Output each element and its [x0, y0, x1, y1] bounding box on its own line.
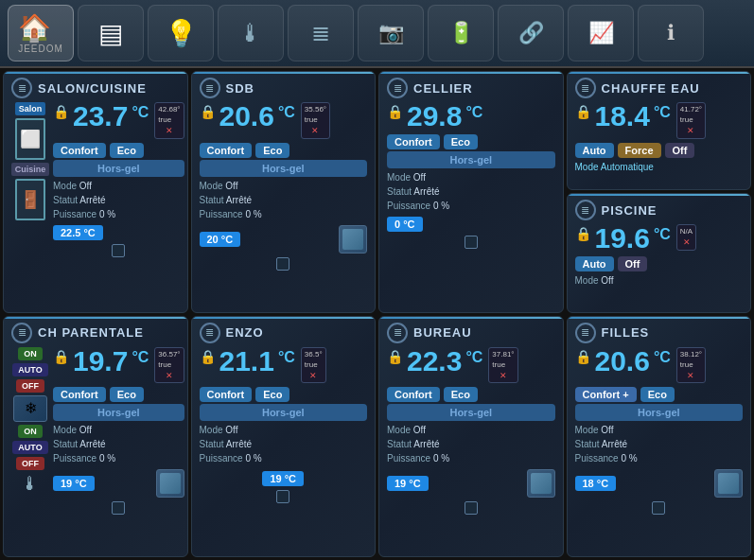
sdb-eco-btn[interactable]: Eco	[255, 143, 289, 158]
parentale-temp-row: 🔒 19.7 °C 36.57° true ✕	[53, 347, 184, 384]
bureau-badge-x: ✕	[492, 370, 514, 382]
salon-confort-btn[interactable]: Confort	[53, 143, 106, 158]
cellier-status: Mode Off Statut Arrêté Puissance 0 %	[387, 170, 555, 213]
sdb-confort-btn[interactable]: Confort	[200, 143, 253, 158]
nav-light[interactable]: 💡	[148, 5, 214, 61]
chauffe-auto-btn[interactable]: Auto	[575, 143, 614, 158]
parentale-btn-row: Confort Eco	[53, 387, 184, 402]
chart-icon: 📈	[588, 21, 614, 45]
parentale-mini-square	[156, 469, 184, 498]
nav-home[interactable]: 🏠 JEEDOM	[8, 5, 74, 61]
salon-temp-unit: °C	[132, 104, 149, 121]
salon-frost-btn[interactable]: Hors-gel	[53, 160, 184, 177]
cellier-eco-btn[interactable]: Eco	[444, 134, 478, 149]
parentale-off-side-btn[interactable]: OFF	[16, 379, 44, 393]
parentale-eco-btn[interactable]: Eco	[110, 387, 144, 402]
enzo-temp-row: 🔒 21.1 °C 36.5° true ✕	[200, 347, 368, 384]
top-navigation: 🏠 JEEDOM ▤ 💡 🌡 ≣ 📷 🔋 🔗 📈 ℹ	[0, 0, 754, 68]
parentale-on-btn[interactable]: ON	[18, 347, 43, 360]
enzo-frost-btn[interactable]: Hors-gel	[200, 404, 368, 421]
enzo-checkbox[interactable]	[276, 490, 289, 503]
main-grid: ≣ SALON/CUISINE Salon ⬜ Cuisine 🚪 🔒 23.7…	[0, 68, 754, 560]
bureau-mini-square	[527, 469, 555, 498]
card-header-cellier: ≣ CELLIER	[387, 78, 555, 98]
filles-temp-row: 🔒 20.6 °C 38.12° true ✕	[575, 347, 744, 384]
window-icon-salon: ⬜	[15, 118, 45, 160]
nav-battery[interactable]: 🔋	[428, 5, 494, 61]
parentale-temp-badge: 36.57° true ✕	[154, 347, 184, 384]
cellier-frost-btn[interactable]: Hors-gel	[387, 151, 555, 168]
nav-radiator[interactable]: ≣	[288, 5, 354, 61]
bureau-frost-btn[interactable]: Hors-gel	[387, 404, 555, 421]
piscine-off-btn[interactable]: Off	[618, 256, 648, 271]
cellier-confort-btn[interactable]: Confort	[387, 134, 440, 149]
salon-eco-btn[interactable]: Eco	[110, 143, 144, 158]
piscine-mode: Mode Off	[575, 273, 744, 288]
chauffe-off-btn[interactable]: Off	[665, 143, 695, 158]
filles-confort-plus-btn[interactable]: Confort +	[575, 387, 637, 402]
nav-thermometer[interactable]: 🌡	[218, 5, 284, 61]
info-icon: ℹ	[667, 21, 675, 45]
enzo-eco-btn[interactable]: Eco	[255, 387, 289, 402]
bureau-badge-sub: true	[492, 359, 514, 370]
bureau-temp-row: 🔒 22.3 °C 37.81° true ✕	[387, 347, 555, 384]
lock-icon-cellier: 🔒	[387, 104, 403, 119]
parentale-frost-btn[interactable]: Hors-gel	[53, 404, 184, 421]
bureau-eco-btn[interactable]: Eco	[444, 387, 478, 402]
salon-badge-x: ✕	[158, 125, 180, 137]
nav-jalousie[interactable]: ▤	[78, 5, 144, 61]
filles-bottom: 18 °C	[575, 469, 744, 498]
sdb-frost-btn[interactable]: Hors-gel	[200, 160, 368, 177]
nav-chart[interactable]: 📈	[568, 5, 634, 61]
enzo-confort-btn[interactable]: Confort	[200, 387, 253, 402]
parentale-on2-btn[interactable]: ON	[18, 425, 43, 438]
salon-badge-sub: true	[158, 114, 180, 125]
parentale-auto-side-btn[interactable]: AUTO	[12, 363, 47, 376]
salon-checkbox[interactable]	[112, 244, 125, 257]
card-title-enzo: ENZO	[226, 325, 264, 340]
card-title-filles: FILLES	[602, 325, 650, 340]
enzo-badge-val: 36.5°	[305, 349, 323, 359]
bureau-confort-btn[interactable]: Confort	[387, 387, 440, 402]
card-icon-salon: ≣	[11, 78, 32, 98]
network-icon: 🔗	[518, 21, 544, 45]
nav-info[interactable]: ℹ	[638, 5, 704, 61]
chauffe-mode-label: Mode Automatique	[575, 160, 744, 174]
piscine-temp: 19.6	[595, 224, 650, 253]
thermometer-icon: 🌡	[238, 19, 263, 48]
piscine-temp-unit: °C	[654, 226, 671, 243]
parentale-confort-btn[interactable]: Confort	[53, 387, 106, 402]
cellier-checkbox[interactable]	[465, 236, 478, 249]
parentale-status: Mode Off Statut Arrêté Puissance 0 %	[53, 423, 184, 465]
enzo-temp-badge: 36.5° true ✕	[301, 347, 326, 384]
card-icon-sdb: ≣	[200, 78, 220, 98]
enzo-temp: 21.1	[219, 347, 274, 376]
chauffe-temp-unit: °C	[654, 104, 671, 121]
parentale-checkbox[interactable]	[112, 501, 125, 515]
card-bureau: ≣ BUREAU 🔒 22.3 °C 37.81° true ✕ Confort…	[378, 316, 564, 558]
filles-eco-btn[interactable]: Eco	[640, 387, 675, 402]
cellier-temp: 29.8	[407, 102, 462, 131]
parentale-off2-btn[interactable]: OFF	[16, 457, 44, 470]
bureau-checkbox[interactable]	[465, 501, 478, 515]
parentale-content: 🔒 19.7 °C 36.57° true ✕ Confort Eco Hors…	[53, 347, 184, 516]
filles-checkbox[interactable]	[652, 501, 665, 515]
filles-frost-btn[interactable]: Hors-gel	[575, 404, 744, 421]
filles-badge-sub: true	[680, 359, 702, 370]
enzo-setpoint: 19 °C	[262, 471, 304, 486]
parentale-auto2-btn[interactable]: AUTO	[12, 441, 47, 454]
radiator-icon: ≣	[311, 20, 330, 46]
enzo-bottom: 19 °C	[200, 469, 368, 486]
nav-network[interactable]: 🔗	[498, 5, 564, 61]
sdb-checkbox[interactable]	[276, 257, 289, 271]
cellier-temp-unit: °C	[465, 104, 482, 121]
card-title-chauffe: CHAUFFE EAU	[602, 81, 700, 96]
chauffe-force-btn[interactable]: Force	[618, 143, 661, 158]
card-title-sdb: SDB	[226, 81, 254, 96]
light-icon: 💡	[165, 18, 198, 49]
salon-side-panel: Salon ⬜ Cuisine 🚪	[11, 102, 49, 257]
piscine-auto-btn[interactable]: Auto	[575, 256, 614, 271]
card-header-bureau: ≣ BUREAU	[387, 323, 555, 343]
lock-icon-salon: 🔒	[53, 104, 69, 119]
nav-camera[interactable]: 📷	[358, 5, 424, 61]
